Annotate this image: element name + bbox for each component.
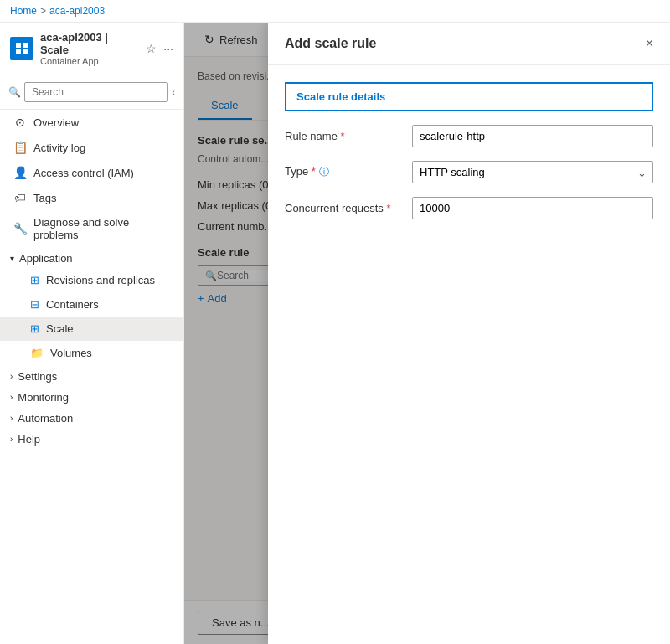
settings-arrow-icon: › bbox=[10, 372, 13, 381]
sidebar-item-containers[interactable]: ⊟ Containers bbox=[0, 292, 183, 317]
sidebar-item-label: Tags bbox=[34, 192, 56, 204]
sidebar: aca-apl2003 | Scale Container App ☆ ··· … bbox=[0, 23, 184, 644]
sidebar-item-activity-log[interactable]: 📋 Activity log bbox=[0, 135, 183, 160]
breadcrumb-resource[interactable]: aca-apl2003 bbox=[49, 5, 105, 17]
tags-icon: 🏷 bbox=[13, 191, 27, 204]
concurrent-requests-row: Concurrent requests * bbox=[285, 197, 653, 219]
sidebar-item-label: Activity log bbox=[34, 142, 85, 154]
sidebar-item-label: Diagnose and solve problems bbox=[34, 216, 173, 241]
sidebar-item-label: Access control (IAM) bbox=[34, 167, 134, 179]
overview-icon: ⊙ bbox=[13, 116, 27, 129]
rule-name-row: Rule name * bbox=[285, 125, 653, 147]
application-arrow-icon: ▾ bbox=[10, 254, 14, 263]
sidebar-sub-item-label: Scale bbox=[46, 322, 74, 335]
sidebar-section-automation[interactable]: › Automation bbox=[0, 407, 183, 428]
content-area: ↻ Refresh Based on revisi... Scale Scale… bbox=[184, 23, 670, 644]
sidebar-sub-item-label: Revisions and replicas bbox=[46, 274, 155, 286]
search-box: 🔍 ‹ bbox=[0, 75, 183, 110]
sidebar-title: aca-apl2003 | Scale bbox=[40, 31, 139, 56]
sidebar-item-label: Overview bbox=[34, 116, 79, 129]
favorite-icon[interactable]: ☆ bbox=[146, 42, 157, 55]
modal-header: Add scale rule × bbox=[268, 23, 670, 65]
breadcrumb-home[interactable]: Home bbox=[10, 5, 37, 17]
sidebar-sub-item-label: Containers bbox=[46, 298, 99, 311]
search-input[interactable] bbox=[24, 82, 168, 102]
application-section-label: Application bbox=[19, 252, 73, 265]
activity-log-icon: 📋 bbox=[13, 141, 27, 154]
help-section-label: Help bbox=[18, 433, 40, 446]
app-icon bbox=[10, 37, 34, 60]
sidebar-section-help[interactable]: › Help bbox=[0, 428, 183, 449]
settings-section-label: Settings bbox=[18, 370, 57, 383]
iam-icon: 👤 bbox=[13, 166, 27, 179]
sidebar-section-application[interactable]: ▾ Application bbox=[0, 247, 183, 268]
rule-name-input[interactable] bbox=[412, 125, 653, 147]
sidebar-item-volumes[interactable]: 📁 Volumes bbox=[0, 341, 183, 365]
concurrent-requests-label: Concurrent requests * bbox=[285, 202, 402, 214]
modal-body: Scale rule details Rule name * Type bbox=[268, 65, 670, 644]
type-select-wrapper: HTTP scaling CPU scaling Memory scaling … bbox=[412, 161, 653, 183]
breadcrumb-separator: > bbox=[40, 5, 46, 17]
more-icon[interactable]: ··· bbox=[163, 42, 173, 55]
sidebar-item-diagnose[interactable]: 🔧 Diagnose and solve problems bbox=[0, 210, 183, 247]
sidebar-item-access-control[interactable]: 👤 Access control (IAM) bbox=[0, 160, 183, 185]
modal-panel: Add scale rule × Scale rule details Rule… bbox=[268, 23, 670, 644]
monitoring-section-label: Monitoring bbox=[18, 391, 69, 404]
automation-section-label: Automation bbox=[18, 412, 73, 425]
svg-rect-2 bbox=[16, 49, 21, 54]
containers-icon: ⊟ bbox=[30, 298, 39, 311]
sidebar-section-monitoring[interactable]: › Monitoring bbox=[0, 386, 183, 407]
scale-icon: ⊞ bbox=[30, 322, 39, 335]
sidebar-header: aca-apl2003 | Scale Container App ☆ ··· bbox=[0, 23, 183, 75]
svg-rect-1 bbox=[23, 43, 28, 48]
diagnose-icon: 🔧 bbox=[13, 222, 27, 235]
type-row: Type * ⓘ HTTP scaling CPU scaling Memory… bbox=[285, 161, 653, 183]
modal-title: Add scale rule bbox=[285, 36, 376, 51]
sidebar-section-settings[interactable]: › Settings bbox=[0, 365, 183, 386]
svg-rect-0 bbox=[16, 43, 21, 48]
sidebar-item-scale[interactable]: ⊞ Scale bbox=[0, 317, 183, 341]
search-icon: 🔍 bbox=[8, 86, 21, 98]
type-info-icon[interactable]: ⓘ bbox=[319, 166, 329, 178]
sidebar-sub-item-label: Volumes bbox=[50, 347, 92, 359]
search-collapse-btn[interactable]: ‹ bbox=[172, 87, 175, 97]
automation-arrow-icon: › bbox=[10, 414, 13, 423]
concurrent-requests-input[interactable] bbox=[412, 197, 653, 219]
rule-name-label: Rule name * bbox=[285, 130, 402, 142]
revisions-icon: ⊞ bbox=[30, 274, 39, 286]
sidebar-item-overview[interactable]: ⊙ Overview bbox=[0, 110, 183, 135]
type-select[interactable]: HTTP scaling CPU scaling Memory scaling … bbox=[412, 161, 653, 183]
modal-section-title: Scale rule details bbox=[285, 82, 653, 111]
modal-overlay: Add scale rule × Scale rule details Rule… bbox=[184, 23, 670, 644]
type-label: Type * ⓘ bbox=[285, 165, 402, 179]
sidebar-subtitle: Container App bbox=[40, 56, 139, 66]
sidebar-item-tags[interactable]: 🏷 Tags bbox=[0, 185, 183, 210]
sidebar-item-revisions[interactable]: ⊞ Revisions and replicas bbox=[0, 268, 183, 292]
volumes-icon: 📁 bbox=[30, 347, 44, 359]
help-arrow-icon: › bbox=[10, 435, 13, 444]
svg-rect-3 bbox=[23, 49, 28, 54]
sidebar-title-block: aca-apl2003 | Scale Container App bbox=[40, 31, 139, 66]
monitoring-arrow-icon: › bbox=[10, 393, 13, 402]
breadcrumb: Home > aca-apl2003 bbox=[0, 0, 670, 23]
modal-close-button[interactable]: × bbox=[646, 36, 653, 51]
